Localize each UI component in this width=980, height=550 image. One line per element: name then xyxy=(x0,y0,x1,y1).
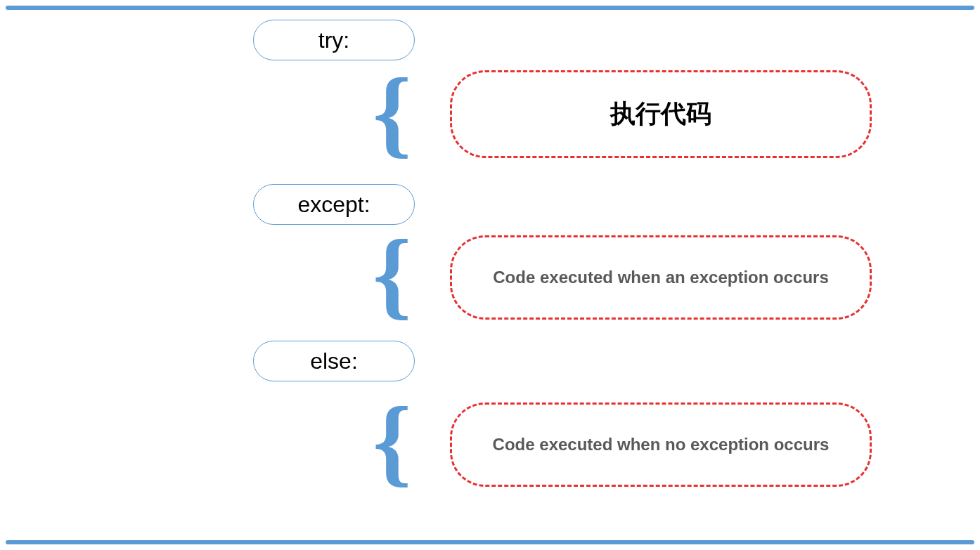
horizontal-rule-bottom xyxy=(6,540,974,544)
brace-icon-3: { xyxy=(373,392,411,490)
except-description-text: Code executed when an exception occurs xyxy=(493,268,828,287)
except-description-box: Code executed when an exception occurs xyxy=(450,235,872,320)
else-keyword-box: else: xyxy=(253,341,415,381)
try-keyword-box: try: xyxy=(253,20,415,60)
else-label: else: xyxy=(310,348,358,374)
try-description-text: 执行代码 xyxy=(610,97,711,131)
except-label: except: xyxy=(297,192,370,218)
horizontal-rule-top xyxy=(6,6,974,10)
brace-icon-2: { xyxy=(373,225,411,323)
else-description-text: Code executed when no exception occurs xyxy=(493,435,830,454)
brace-icon-1: { xyxy=(373,63,411,162)
else-description-box: Code executed when no exception occurs xyxy=(450,402,872,487)
try-label: try: xyxy=(318,27,349,53)
try-description-box: 执行代码 xyxy=(450,70,872,158)
